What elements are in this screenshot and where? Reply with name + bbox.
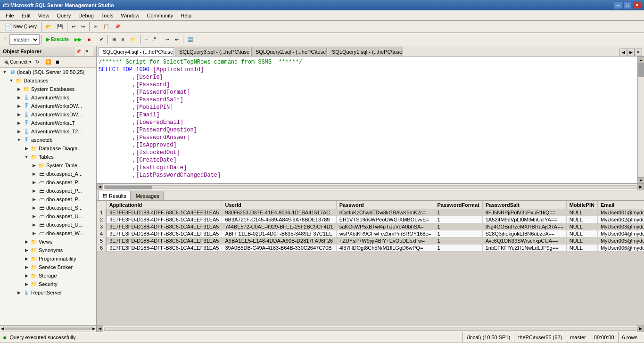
oe-filter-button[interactable]: 🔽 [45, 57, 54, 67]
scroll-down-arrow[interactable]: ▼ [638, 177, 644, 184]
minimize-button[interactable]: ─ [614, 1, 622, 9]
comment-button[interactable]: -- [142, 34, 150, 45]
tree-views[interactable]: ▶ 📁 Views [0, 237, 96, 246]
tree-system-tables[interactable]: ▶ 📁 System Table... [0, 161, 96, 170]
tree-aspnet-applications[interactable]: ▶ 🗃 dbo.aspnet_A... [0, 170, 96, 178]
tab-close-button[interactable]: ✕ [635, 49, 642, 56]
menu-view[interactable]: View [34, 10, 53, 20]
tree-aspnet-w[interactable]: ▶ 🗃 dbo.aspnet_W... [0, 229, 96, 237]
sql-editor-vscrollbar[interactable]: ▲ ▼ [637, 57, 644, 184]
tree-aspnet-u2[interactable]: ▶ 🗃 dbo.aspnet_U... [0, 220, 96, 229]
db-label: AdventureWorksDW... [31, 103, 82, 109]
stop-button[interactable]: ■ [85, 34, 93, 45]
tree-aspnet-s[interactable]: ▶ 🗃 dbo.aspnet_S... [0, 204, 96, 212]
tree-aspnetdb[interactable]: ▼ 🗄 aspnetdb [0, 136, 96, 144]
server-icon: 🖥 [8, 68, 16, 76]
cut-button[interactable]: ✂ [91, 22, 100, 32]
menu-debug[interactable]: Debug [74, 10, 97, 20]
results-hscrollbar[interactable]: ◀ ▶ [97, 325, 644, 332]
execute-button[interactable]: ▶ Execute [44, 34, 71, 45]
tree-db-diagrams[interactable]: ▶ 📁 Database Diagra... [0, 144, 96, 153]
copy-button[interactable]: 📋 [101, 22, 111, 32]
menu-query[interactable]: Query [53, 10, 74, 20]
redo-button[interactable]: ↪ [79, 22, 87, 32]
tree-adventureworkslt[interactable]: ▶ 🗄 AdventureWorksLT [0, 119, 96, 127]
oe-scroll-right[interactable]: ▶ [92, 327, 95, 331]
table-cell: MyUser005@mydo [597, 237, 644, 245]
tab-scroll-left[interactable]: ◀ [619, 49, 627, 56]
results-hscroll-left[interactable]: ◀ [97, 326, 103, 332]
tab-messages[interactable]: Messages [132, 191, 164, 200]
oe-close-button[interactable]: ✕ [85, 47, 93, 56]
database-dropdown[interactable]: master [9, 34, 40, 45]
paste-button[interactable]: 📌 [112, 22, 123, 32]
unindent-button[interactable]: ⇤ [173, 34, 181, 45]
databases-label: Databases [24, 78, 49, 83]
open-button[interactable]: 📂 [43, 22, 54, 32]
tree-programmability[interactable]: ▶ 📁 Programmability [0, 254, 96, 263]
uncomment-button[interactable]: /* [151, 34, 159, 45]
parse-button[interactable]: ✔ [97, 34, 106, 45]
menu-community[interactable]: Community [143, 10, 177, 20]
results-hscroll-right[interactable]: ▶ [637, 326, 644, 332]
tree-adventureworks[interactable]: ▶ 🗄 AdventureWorks [0, 93, 96, 102]
menu-tools[interactable]: Tools [98, 10, 117, 20]
oe-connect-button[interactable]: 🔌 Connect ▼ [1, 57, 34, 67]
oe-pin-button[interactable]: 📌 [75, 47, 84, 56]
tree-tables[interactable]: ▼ 📁 Tables [0, 153, 96, 161]
table-cell: MyUser004@mydo [597, 230, 644, 237]
maximize-button[interactable]: □ [623, 1, 632, 9]
close-button[interactable]: ✕ [633, 1, 641, 9]
tree-security[interactable]: ▶ 📁 Security [0, 280, 96, 288]
hscroll-left[interactable]: ◀ [97, 184, 103, 190]
tab-results[interactable]: ⊞ Results [99, 191, 131, 200]
folder-icon: 📁 [30, 238, 38, 245]
table-cell: NULL [566, 209, 597, 216]
debug-button[interactable]: ▶▶ [72, 34, 84, 45]
tab-scroll-right[interactable]: ▶ [627, 49, 635, 56]
new-query-button[interactable]: 📄 New Query [2, 22, 39, 32]
menu-edit[interactable]: Edit [18, 10, 34, 20]
tree-aspnet-p3[interactable]: ▶ 🗃 dbo.aspnet_P... [0, 195, 96, 204]
tab-sqlquery1[interactable]: SQLQuery1.sql - (...hePC\tuser55 (56)) [328, 47, 403, 56]
sql-editor[interactable]: /****** Script for SelectTopNRows comman… [97, 57, 637, 184]
tree-storage[interactable]: ▶ 📁 Storage [0, 271, 96, 280]
save-button[interactable]: 💾 [55, 22, 65, 32]
tree-system-databases[interactable]: ▶ 📁 System Databases [0, 85, 96, 93]
tab-sqlquery3[interactable]: SQLQuery3.sql - (...hePC\tuser55 (59)) [175, 47, 250, 56]
grid-button[interactable]: ⊞ [110, 34, 118, 45]
tab-sqlquery2[interactable]: SQLQuery2.sql - (...hePC\tuser55 (60)) [251, 47, 327, 56]
tree-adventureworkslt2[interactable]: ▶ 🗄 AdventureWorksLT2... [0, 127, 96, 136]
oe-refresh-button[interactable]: ↻ [35, 57, 44, 67]
tree-databases[interactable]: ▼ 📁 Databases [0, 76, 96, 85]
tree-aspnet-p2[interactable]: ▶ 🗃 dbo.aspnet_P... [0, 187, 96, 195]
sort-button[interactable]: 🔤 [185, 34, 196, 45]
editor-hscrollbar[interactable]: ◀ ▶ [97, 184, 644, 190]
results-table-container[interactable]: ApplicationId UserId Password PasswordFo… [97, 201, 644, 325]
tab-sqlquery4[interactable]: SQLQuery4.sql - (...hePC\tuser55 (62)) [99, 47, 174, 57]
tree-synonyms[interactable]: ▶ 📁 Synonyms [0, 246, 96, 254]
text-button[interactable]: ≡ [119, 34, 127, 45]
file-out-button[interactable]: 📁 [128, 34, 138, 45]
expander-icon: ▶ [23, 280, 30, 288]
hscroll-right[interactable]: ▶ [637, 184, 644, 190]
tree-service-broker[interactable]: ▶ 📁 Service Broker [0, 263, 96, 271]
menu-file[interactable]: File [2, 10, 18, 20]
tree-aspnet-u1[interactable]: ▶ 🗃 dbo.aspnet_U... [0, 212, 96, 220]
oe-scroll-left[interactable]: ◀ [1, 327, 4, 331]
connect-button[interactable]: ! [2, 34, 8, 45]
db-label: AdventureWorksLT2... [31, 129, 82, 134]
scroll-thumb[interactable] [638, 63, 644, 77]
menu-help[interactable]: Help [177, 10, 195, 20]
tree-aspnet-p1[interactable]: ▶ 🗃 dbo.aspnet_P... [0, 178, 96, 187]
undo-button[interactable]: ↩ [69, 22, 78, 32]
tree-reportserver[interactable]: ▶ 🗄 ReportServer [0, 288, 96, 297]
expander-icon: ▼ [8, 77, 15, 84]
scroll-up-arrow[interactable]: ▲ [638, 57, 644, 63]
tree-server[interactable]: ▼ 🖥 (local) (SQL Server 10.50.25( [0, 68, 96, 76]
tree-adventureworksdw[interactable]: ▶ 🗄 AdventureWorksDW... [0, 102, 96, 110]
menu-window[interactable]: Window [117, 10, 143, 20]
tree-adventureworksdw2[interactable]: ▶ 🗄 AdventureWorksDW... [0, 110, 96, 119]
indent-button[interactable]: ⇥ [163, 34, 172, 45]
oe-stop-button[interactable]: ⏹ [55, 57, 64, 67]
